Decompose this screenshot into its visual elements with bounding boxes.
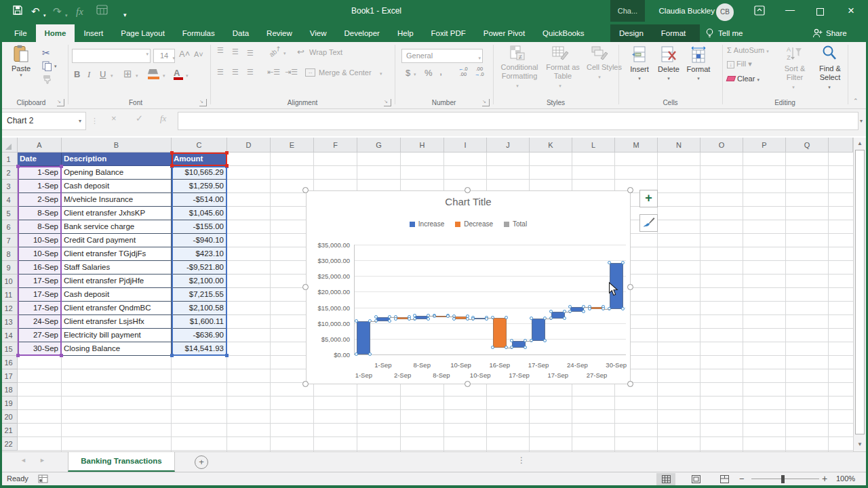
find-select-button[interactable]: Find & Select▾ [812,45,846,92]
number-dialog-launcher[interactable]: ↘ [482,99,490,106]
table-cell[interactable]: -$940.10 [172,234,227,247]
table-cell[interactable]: 27-Sep [18,329,62,342]
table-cell[interactable]: $2,100.58 [172,302,227,315]
row-header-21[interactable]: 21 [0,424,18,437]
table-cell[interactable]: Client etransfer JxhsKP [62,207,172,220]
table-cell[interactable]: Closing Balance [62,342,172,356]
avatar[interactable]: CB [716,3,734,21]
delete-cells-button[interactable]: Delete▾ [655,46,682,81]
row-header-14[interactable]: 14 [0,329,18,342]
column-header-d[interactable]: D [227,138,271,152]
tab-help[interactable]: Help [389,24,422,42]
row-header-19[interactable]: 19 [0,396,18,410]
column-header-a[interactable]: A [18,138,62,152]
column-header-m[interactable]: M [615,138,658,152]
macro-record-icon[interactable] [38,474,48,485]
table-cell[interactable]: Bank service charge [62,220,172,234]
table-cell[interactable]: 24-Sep [18,315,62,329]
font-dialog-launcher[interactable]: ↘ [199,99,207,106]
tab-view[interactable]: View [301,24,336,42]
table-cell[interactable]: M/vehicle Insurance [62,193,172,207]
column-header-c[interactable]: C [172,138,227,152]
tab-file[interactable]: File [5,24,36,42]
table-header-date[interactable]: Date [18,152,62,166]
tab-data[interactable]: Data [224,24,258,42]
undo-dropdown-icon[interactable]: ▾ [43,9,46,22]
table-cell[interactable]: $1,259.50 [172,180,227,193]
table-cell[interactable]: $2,100.00 [172,274,227,288]
formula-bar-expand-icon[interactable]: ▾ [860,118,863,124]
chart-selection-handle[interactable] [465,187,471,193]
column-header-partial[interactable] [829,138,853,152]
share-button[interactable]: Share [812,24,847,42]
table-cell[interactable]: Staff Salaries [62,261,172,274]
tab-quickbooks[interactable]: QuickBooks [534,24,593,42]
table-cell[interactable]: 8-Sep [18,220,62,234]
clear-button[interactable]: Clear ▾ [727,75,760,83]
chart-selection-handle[interactable] [627,187,633,193]
table-cell[interactable]: -$514.00 [172,193,227,207]
undo-icon[interactable]: ↶ [31,5,40,18]
row-header-11[interactable]: 11 [0,288,18,302]
select-all-corner[interactable] [0,138,18,152]
column-header-k[interactable]: K [530,138,572,152]
waterfall-bar-increase[interactable] [532,319,545,341]
minimize-button[interactable]: — [778,4,802,26]
save-icon[interactable] [12,5,23,19]
collapse-ribbon-icon[interactable]: ⌃ [853,98,859,104]
table-cell[interactable]: $10,565.29 [172,166,227,180]
row-header-22[interactable]: 22 [0,437,18,451]
row-header-3[interactable]: 3 [0,180,18,193]
column-header-j[interactable]: J [487,138,530,152]
scroll-down-icon[interactable]: ▼ [857,441,863,447]
table-cell[interactable]: $1,600.11 [172,315,227,329]
table-cell[interactable]: Opening Balance [62,166,172,180]
insert-cells-button[interactable]: Insert▾ [625,46,654,81]
column-header-l[interactable]: L [572,138,615,152]
table-cell[interactable]: Cash deposit [62,180,172,193]
row-header-20[interactable]: 20 [0,410,18,424]
alignment-dialog-launcher[interactable]: ↘ [384,99,391,106]
table-cell[interactable]: Credit Card payment [62,234,172,247]
tab-power-pivot[interactable]: Power Pivot [475,24,534,42]
row-header-16[interactable]: 16 [0,356,18,369]
view-page-break-button[interactable] [715,473,734,485]
chart-title[interactable]: Chart Title [307,196,630,207]
vertical-scrollbar[interactable]: ▲ ▼ [853,138,866,451]
row-header-10[interactable]: 10 [0,274,18,288]
table-cell[interactable]: Client etransfer QndmBC [62,302,172,315]
row-header-17[interactable]: 17 [0,369,18,383]
row-header-15[interactable]: 15 [0,342,18,356]
table-cell[interactable]: $423.10 [172,247,227,261]
tab-format[interactable]: Format [652,24,694,42]
chart-selection-handle[interactable] [302,187,309,193]
chart-legend[interactable]: IncreaseDecreaseTotal [307,220,630,228]
table-cell[interactable]: Client etransfer PjdjHfe [62,274,172,288]
table-cell[interactable]: Cash deposit [62,288,172,302]
new-sheet-button[interactable]: + [195,455,208,469]
row-header-6[interactable]: 6 [0,220,18,234]
qat-customize-icon[interactable]: ▾ [123,8,127,22]
formula-bar-splitter[interactable]: ⋮ [91,117,98,125]
waterfall-bar-increase[interactable] [357,321,370,354]
cut-icon[interactable]: ✂ [42,47,50,58]
waterfall-bar-decrease[interactable] [493,318,507,348]
table-cell[interactable]: Client etransfer TGjdjFs [62,247,172,261]
name-box[interactable]: Chart 2▾ [1,112,86,130]
table-cell[interactable]: 10-Sep [18,247,62,261]
row-header-2[interactable]: 2 [0,166,18,180]
column-header-b[interactable]: B [62,138,172,152]
sheet-tab-banking-transactions[interactable]: Banking Transactions [68,452,175,472]
table-cell[interactable]: 16-Sep [18,261,62,274]
font-color-icon[interactable]: A [174,68,183,80]
column-header-e[interactable]: E [271,138,314,152]
view-normal-button[interactable] [656,473,675,485]
row-header-13[interactable]: 13 [0,315,18,329]
close-button[interactable]: × [840,4,863,26]
format-cells-button[interactable]: Format▾ [684,46,713,81]
table-cell[interactable]: $14,541.93 [172,342,227,356]
chart-selection-handle[interactable] [302,284,309,290]
column-header-f[interactable]: F [314,138,357,152]
table-cell[interactable]: Client etransfer LsjsHfx [62,315,172,329]
chart-selection-handle[interactable] [627,284,633,290]
